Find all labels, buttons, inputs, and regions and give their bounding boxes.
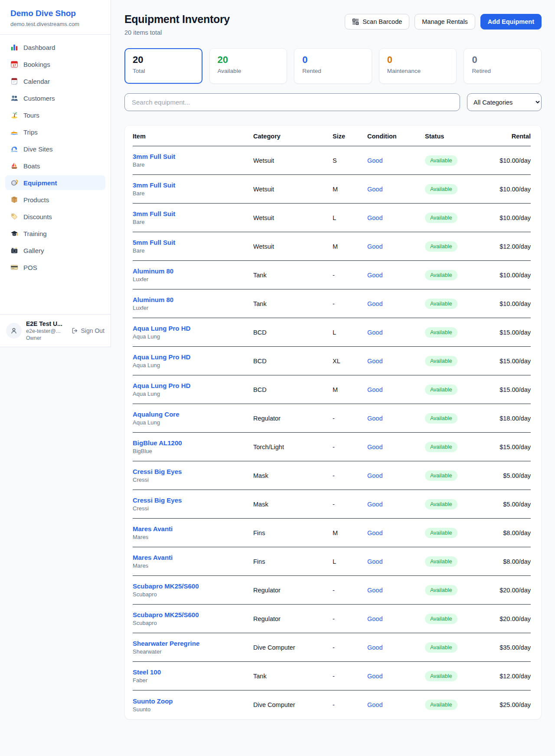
sidebar-item[interactable]: Equipment (5, 175, 105, 190)
item-brand: Bare (133, 190, 253, 197)
item-name-link[interactable]: Suunto Zoop (133, 697, 253, 705)
status-badge: Available (425, 413, 457, 424)
condition-link[interactable]: Good (367, 529, 425, 536)
scan-barcode-button[interactable]: Scan Barcode (345, 14, 409, 30)
sidebar-item[interactable]: Training (5, 226, 105, 241)
item-name-link[interactable]: 3mm Full Suit (133, 153, 253, 160)
scan-barcode-label: Scan Barcode (362, 18, 402, 25)
manage-rentals-button[interactable]: Manage Rentals (415, 14, 475, 30)
sidebar-item[interactable]: Boats (5, 158, 105, 173)
item-name-link[interactable]: 3mm Full Suit (133, 181, 253, 189)
rental-cell: $15.00/day (492, 386, 531, 393)
sidebar-item-label: Calendar (23, 78, 50, 85)
item-cell: 3mm Full Suit Bare (133, 153, 253, 168)
table-row: 3mm Full Suit Bare Wetsuit L Good Availa… (133, 204, 531, 232)
size-cell: - (333, 300, 367, 307)
sign-out-button[interactable]: Sign Out (72, 327, 104, 334)
sidebar-item[interactable]: Dashboard (5, 40, 105, 55)
condition-link[interactable]: Good (367, 214, 425, 221)
condition-link[interactable]: Good (367, 558, 425, 565)
condition-link[interactable]: Good (367, 386, 425, 393)
status-cell: Available (425, 442, 492, 452)
stat-card[interactable]: 0 Rented (294, 48, 372, 84)
condition-link[interactable]: Good (367, 501, 425, 508)
category-cell: Wetsuit (253, 186, 333, 193)
condition-link[interactable]: Good (367, 701, 425, 708)
item-cell: Cressi Big Eyes Cressi (133, 468, 253, 483)
item-brand: Cressi (133, 505, 253, 512)
condition-link[interactable]: Good (367, 673, 425, 680)
condition-link[interactable]: Good (367, 329, 425, 336)
condition-link[interactable]: Good (367, 472, 425, 479)
stat-card[interactable]: 20 Total (124, 48, 202, 84)
sidebar-item[interactable]: Discounts (5, 209, 105, 224)
sidebar-item[interactable]: POS (5, 260, 105, 275)
item-name-link[interactable]: 5mm Full Suit (133, 239, 253, 246)
size-cell: L (333, 214, 367, 221)
stat-card[interactable]: 0 Maintenance (379, 48, 457, 84)
brand-name[interactable]: Demo Dive Shop (10, 9, 100, 18)
item-name-link[interactable]: Steel 100 (133, 668, 253, 676)
item-cell: 3mm Full Suit Bare (133, 181, 253, 197)
item-name-link[interactable]: Aqua Lung Pro HD (133, 353, 253, 361)
sidebar-item[interactable]: Tours (5, 108, 105, 122)
sidebar-item[interactable]: Customers (5, 91, 105, 105)
item-cell: Aqualung Core Aqua Lung (133, 411, 253, 426)
condition-link[interactable]: Good (367, 272, 425, 279)
item-brand: Luxfer (133, 276, 253, 283)
condition-link[interactable]: Good (367, 157, 425, 164)
graduation-cap-icon (10, 230, 18, 237)
table-row: 5mm Full Suit Bare Wetsuit M Good Availa… (133, 232, 531, 261)
item-cell: Suunto Zoop Suunto (133, 697, 253, 713)
item-name-link[interactable]: Mares Avanti (133, 554, 253, 561)
column-header: Condition (367, 133, 425, 140)
stat-card[interactable]: 0 Retired (464, 48, 542, 84)
condition-link[interactable]: Good (367, 415, 425, 422)
condition-link[interactable]: Good (367, 587, 425, 594)
search-input[interactable] (124, 93, 460, 111)
rental-cell: $20.00/day (492, 587, 531, 594)
condition-link[interactable]: Good (367, 243, 425, 250)
item-name-link[interactable]: Aluminum 80 (133, 267, 253, 275)
status-badge: Available (425, 213, 457, 223)
item-name-link[interactable]: Scubapro MK25/S600 (133, 582, 253, 590)
sidebar-item-label: Gallery (23, 247, 44, 254)
item-name-link[interactable]: Aluminum 80 (133, 296, 253, 303)
size-cell: XL (333, 358, 367, 365)
item-name-link[interactable]: Aqua Lung Pro HD (133, 382, 253, 389)
item-name-link[interactable]: Aqualung Core (133, 411, 253, 418)
status-cell: Available (425, 155, 492, 166)
add-equipment-button[interactable]: Add Equipment (480, 14, 542, 30)
table-row: Cressi Big Eyes Cressi Mask - Good Avail… (133, 490, 531, 519)
condition-link[interactable]: Good (367, 358, 425, 365)
rental-cell: $10.00/day (492, 300, 531, 307)
sidebar-item[interactable]: Calendar (5, 74, 105, 89)
item-name-link[interactable]: Aqua Lung Pro HD (133, 325, 253, 332)
item-name-link[interactable]: Cressi Big Eyes (133, 496, 253, 504)
item-name-link[interactable]: Shearwater Peregrine (133, 640, 253, 647)
item-name-link[interactable]: Cressi Big Eyes (133, 468, 253, 475)
item-name-link[interactable]: 3mm Full Suit (133, 210, 253, 217)
item-name-link[interactable]: BigBlue AL1200 (133, 439, 253, 447)
sidebar-item[interactable]: Gallery (5, 243, 105, 258)
condition-link[interactable]: Good (367, 615, 425, 622)
sidebar-item[interactable]: Products (5, 192, 105, 207)
item-name-link[interactable]: Scubapro MK25/S600 (133, 611, 253, 618)
item-brand: Bare (133, 247, 253, 254)
sidebar-item-label: Products (23, 196, 49, 204)
condition-link[interactable]: Good (367, 444, 425, 450)
rental-cell: $12.00/day (492, 243, 531, 250)
stat-card[interactable]: 20 Available (209, 48, 287, 84)
condition-link[interactable]: Good (367, 644, 425, 651)
sidebar-item[interactable]: Dive Sites (5, 141, 105, 156)
sidebar-item[interactable]: 17 Bookings (5, 57, 105, 72)
condition-link[interactable]: Good (367, 300, 425, 307)
sidebar-item[interactable]: Trips (5, 125, 105, 139)
condition-link[interactable]: Good (367, 186, 425, 193)
category-cell: Tank (253, 673, 333, 680)
package-icon (10, 196, 18, 204)
calendar-date-icon: 17 (10, 60, 18, 68)
sidebar-item-label: Dashboard (23, 44, 55, 51)
category-filter[interactable]: All Categories (467, 93, 542, 111)
item-name-link[interactable]: Mares Avanti (133, 525, 253, 532)
